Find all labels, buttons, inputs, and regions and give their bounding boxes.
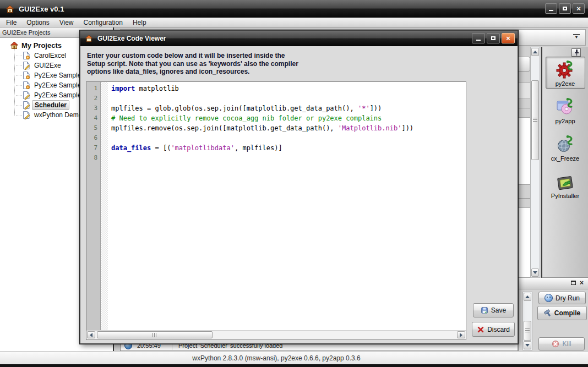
code-token-default: = [(: [151, 144, 171, 152]
arrow-up-icon: [533, 51, 537, 53]
code-line: [111, 94, 466, 103]
tree-item-gui2exe[interactable]: GUI2Exe: [17, 61, 63, 70]
scroll-right-button[interactable]: [457, 331, 465, 338]
code-viewer-dialog: GUI2Exe Code Viewer × Enter your custom …: [80, 30, 518, 344]
app-home-icon: [6, 4, 14, 13]
code-line: mplfiles.remove(os.sep.join([matplotlib.…: [111, 123, 466, 133]
scroll-left-button[interactable]: [87, 331, 95, 338]
code-editor[interactable]: 12345678 import matplotlibmplfiles = glo…: [86, 81, 466, 340]
main-scrollbar[interactable]: [530, 47, 540, 278]
thumb-grip: [525, 328, 530, 333]
pin-icon: [573, 49, 580, 56]
minimize-button[interactable]: [545, 3, 557, 14]
line-number: 1: [86, 84, 100, 94]
tree-root-label: My Projects: [21, 41, 62, 50]
line-number: 7: [86, 143, 100, 153]
compiler-label: py2app: [546, 118, 585, 124]
arrow-down-icon: [525, 344, 530, 347]
tree-item-label: wxPython Demo: [32, 111, 84, 119]
kill-button[interactable]: Kill: [538, 337, 585, 350]
menu-configuration[interactable]: Configuration: [79, 18, 128, 28]
document-pencil-icon: [22, 91, 30, 100]
scrollbar-thumb[interactable]: [531, 80, 539, 160]
code-token-keyword: import: [111, 85, 135, 92]
menu-help[interactable]: Help: [128, 18, 151, 28]
tree-connector: [17, 105, 21, 106]
gui2exe-window: GUI2Exe v0.1 × FileOptionsViewConfigurat…: [0, 0, 588, 367]
arrow-right-icon: [460, 333, 462, 337]
py2app-icon: [556, 97, 575, 116]
scroll-down-button[interactable]: [524, 341, 531, 349]
menu-file[interactable]: File: [1, 18, 21, 28]
code-line: [111, 133, 466, 143]
line-number: 2: [86, 94, 100, 103]
actions-panel: × Dry Run Compile Kill: [518, 278, 588, 351]
code-text-area[interactable]: import matplotlibmplfiles = glob.glob(os…: [108, 82, 466, 331]
document-gear-icon: [22, 81, 30, 90]
scrollbar-thumb[interactable]: [97, 331, 213, 338]
instruction-line: Setup script. Note that you can use as '…: [87, 60, 298, 68]
code-token-default: mplfiles.remove(os.sep.join([matplotlib.…: [111, 124, 338, 132]
dry-run-button[interactable]: Dry Run: [538, 292, 586, 304]
horizontal-scrollbar[interactable]: [86, 330, 466, 339]
status-text: wxPython 2.8.3.0 (msw-ansi), py2exe 0.6.…: [192, 354, 361, 362]
code-line: data_files = [('matplotlibdata', mplfile…: [111, 143, 466, 153]
instruction-line: Enter your custom code below and it will…: [87, 52, 298, 60]
scrollbar-thumb[interactable]: [524, 321, 531, 341]
compiler-button-py2exe[interactable]: py2exe: [546, 57, 585, 89]
document-pencil-icon: [22, 111, 30, 119]
save-icon: [481, 306, 488, 314]
log-scrollbar[interactable]: [522, 292, 532, 350]
maximize-button[interactable]: [559, 3, 571, 14]
thumb-grip: [153, 333, 157, 337]
close-button[interactable]: ×: [573, 3, 585, 14]
compiler-button-pyinstaller[interactable]: PyInstaller: [546, 169, 585, 201]
code-line: mplfiles = glob.glob(os.sep.join([matplo…: [111, 103, 466, 113]
tree-connector: [17, 56, 21, 56]
scroll-up-button[interactable]: [524, 293, 531, 301]
compiler-button-py2app[interactable]: py2app: [546, 94, 585, 126]
discard-button[interactable]: Discard: [472, 322, 515, 337]
line-number-gutter: 12345678: [86, 82, 101, 331]
toolbar-overflow-button[interactable]: ▼: [573, 34, 580, 41]
tree-item-wxpython-demo[interactable]: wxPython Demo: [17, 110, 84, 120]
compiler-toolbar: py2exepy2appcx_FreezePyInstaller: [541, 47, 588, 278]
code-token-default: mplfiles = glob.glob(os.sep.join([matplo…: [111, 105, 358, 112]
compiler-label: cx_Freeze: [546, 155, 585, 162]
document-pencil-icon: [22, 61, 30, 70]
menu-view[interactable]: View: [55, 18, 79, 28]
code-line: # Need to explicitly remove cocoa_agg ni…: [111, 113, 466, 123]
close-icon: ×: [506, 35, 510, 42]
scroll-down-button[interactable]: [531, 269, 539, 277]
compiler-button-cx_freeze[interactable]: cx_Freeze: [546, 132, 585, 163]
compile-button[interactable]: Compile: [537, 306, 587, 320]
compiler-list: py2exepy2appcx_FreezePyInstaller: [542, 57, 588, 206]
maximize-icon: [491, 36, 496, 40]
tree-connector: [17, 75, 21, 76]
close-icon: ×: [576, 5, 581, 12]
dialog-maximize-button[interactable]: [487, 33, 500, 43]
pane-restore-icon[interactable]: [571, 281, 576, 285]
hammer-icon: [544, 309, 552, 317]
chevron-down-glyph: ▼: [573, 35, 580, 40]
tree-item-scheduler[interactable]: Scheduler: [17, 100, 69, 110]
code-token-default: matplotlib: [135, 85, 178, 92]
menu-options[interactable]: Options: [21, 18, 54, 28]
code-token-default: , mplfiles)]: [235, 144, 282, 152]
tree-item-carolexcel[interactable]: CarolExcel: [17, 51, 68, 61]
pin-button[interactable]: [571, 48, 581, 57]
pane-close-icon[interactable]: ×: [580, 280, 584, 286]
code-line: [111, 153, 466, 163]
title-bar: GUI2Exe v0.1 ×: [0, 0, 588, 18]
dialog-minimize-button[interactable]: [472, 33, 485, 43]
scroll-up-button[interactable]: [531, 48, 539, 56]
code-token-string: 'matplotlibdata': [171, 144, 235, 152]
discard-x-icon: [477, 326, 484, 333]
save-button[interactable]: Save: [473, 303, 514, 317]
face-icon: [545, 294, 553, 302]
dialog-close-button[interactable]: ×: [502, 33, 515, 43]
code-token-keyword: data_files: [111, 144, 151, 152]
obscured-control: [517, 83, 531, 99]
tree-root-my-projects[interactable]: My Projects: [10, 40, 62, 50]
maximize-icon: [563, 7, 567, 10]
